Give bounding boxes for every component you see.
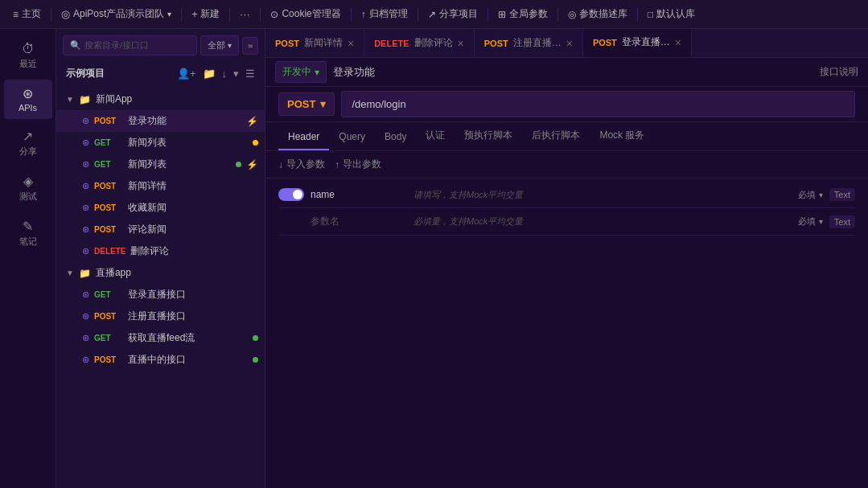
tab-label-live-register: 注册直播… bbox=[513, 36, 562, 50]
tab-news-detail[interactable]: POST 新闻详情 × bbox=[265, 29, 364, 58]
tree-item-collect-news[interactable]: ⊛ POST 收藏新闻 bbox=[56, 197, 265, 219]
param-name-field[interactable]: name bbox=[311, 189, 407, 200]
chevron-down-icon[interactable]: ▾ bbox=[233, 68, 239, 80]
param-toggle-name[interactable] bbox=[278, 188, 304, 201]
menu-default-lib[interactable]: □ 默认认库 bbox=[641, 4, 701, 24]
add-user-icon[interactable]: 👤+ bbox=[177, 68, 196, 80]
export-icon[interactable]: ↓ bbox=[222, 68, 228, 80]
param-required-2[interactable]: 必填 ▾ bbox=[798, 215, 823, 228]
params-actions: ↓ 导入参数 ↑ 导出参数 bbox=[265, 151, 868, 178]
tree-item-news-list-1[interactable]: ⊛ GET 新闻列表 bbox=[56, 132, 265, 154]
param-tab-body[interactable]: Body bbox=[375, 125, 416, 150]
import-icon: ↓ bbox=[278, 159, 283, 170]
tab-method-post-3: POST bbox=[593, 38, 617, 47]
tree-item-news-list-2[interactable]: ⊛ GET 新闻列表 ⚡ bbox=[56, 154, 265, 175]
param-tab-mock[interactable]: Mock 服务 bbox=[590, 122, 654, 150]
folder-arrow-icon: ▼ bbox=[66, 95, 74, 104]
params-desc-icon: ◎ bbox=[568, 9, 576, 20]
param-tab-header[interactable]: Header bbox=[278, 125, 329, 150]
link-icon-10: ⊛ bbox=[82, 333, 89, 343]
param-tab-auth[interactable]: 认证 bbox=[416, 122, 455, 150]
menu-team[interactable]: ◎ ApiPost产品演示团队 ▾ bbox=[55, 4, 178, 24]
param-type-2[interactable]: Text bbox=[829, 215, 855, 228]
plus-icon: + bbox=[191, 9, 197, 20]
tree-item-live-register[interactable]: ⊛ POST 注册直播接口 bbox=[56, 306, 265, 327]
filter-button[interactable]: 全部 ▾ bbox=[200, 35, 239, 55]
sidebar-item-share[interactable]: ↗ 分享 bbox=[4, 122, 52, 164]
tab-close-2[interactable]: × bbox=[458, 38, 464, 49]
tab-close-4[interactable]: × bbox=[675, 37, 681, 48]
interface-doc-button[interactable]: 接口说明 bbox=[820, 65, 858, 79]
menu-home[interactable]: ≡ ≡ 主页 主页 bbox=[6, 4, 47, 24]
menu-global-params[interactable]: ⊞ 全局参数 bbox=[492, 4, 554, 24]
tab-delete-comment[interactable]: DELETE 删除评论 × bbox=[364, 29, 475, 58]
import-params-button[interactable]: ↓ 导入参数 bbox=[278, 158, 325, 171]
link-icon-8: ⊛ bbox=[82, 289, 89, 300]
folder-live-app[interactable]: ▼ 📁 直播app bbox=[56, 262, 265, 284]
menu-separator-9 bbox=[637, 8, 638, 21]
param-type-1[interactable]: Text bbox=[829, 188, 855, 201]
search-input[interactable]: 搜索目录/接口口 bbox=[84, 39, 149, 51]
tree-item-comment-news[interactable]: ⊛ POST 评论新闻 bbox=[56, 219, 265, 240]
folder-news-app[interactable]: ▼ 📁 新闻App bbox=[56, 88, 265, 110]
tab-close-3[interactable]: × bbox=[566, 38, 573, 49]
url-input[interactable]: /demo/login bbox=[341, 91, 855, 117]
apis-icon: ⊛ bbox=[23, 86, 33, 101]
menu-separator-8 bbox=[557, 8, 558, 21]
default-lib-icon: □ bbox=[648, 9, 653, 20]
menu-cookie[interactable]: ⊙ Cookie管理器 bbox=[264, 4, 347, 24]
export-params-button[interactable]: ↑ 导出参数 bbox=[335, 158, 381, 171]
share-icon: ↗ bbox=[428, 9, 436, 20]
sidebar-item-recent[interactable]: ⏱ 最近 bbox=[4, 35, 52, 76]
tree-item-live-feed[interactable]: ⊛ GET 获取直播feed流 bbox=[56, 327, 265, 349]
sidebar-item-apis[interactable]: ⊛ APIs bbox=[4, 80, 52, 119]
env-icon: ≈ bbox=[248, 41, 253, 51]
url-bar: POST ▾ /demo/login bbox=[265, 87, 868, 122]
list-icon[interactable]: ☰ bbox=[245, 68, 255, 80]
tab-close-1[interactable]: × bbox=[348, 38, 354, 49]
tree-item-login[interactable]: ⊛ POST 登录功能 ⚡ bbox=[56, 110, 265, 132]
menu-new[interactable]: + 新建 bbox=[185, 4, 226, 24]
tree-item-delete-comment[interactable]: ⊛ DELETE 删除评论 bbox=[56, 240, 265, 262]
export-params-icon: ↑ bbox=[335, 159, 339, 170]
method-badge-get-1: GET bbox=[94, 138, 123, 147]
param-required-1[interactable]: 必填 ▾ bbox=[798, 189, 823, 201]
tab-label-login: 登录直播… bbox=[622, 35, 670, 49]
project-title: 示例项目 bbox=[66, 67, 105, 80]
link-icon-3: ⊛ bbox=[82, 159, 89, 170]
param-tab-pre-script[interactable]: 预执行脚本 bbox=[455, 122, 522, 150]
param-value-placeholder-2[interactable]: 必填量，支持Mock平均交量 bbox=[413, 215, 792, 228]
param-tab-post-script[interactable]: 后执行脚本 bbox=[522, 122, 590, 150]
menu-archive[interactable]: ↑ 归档管理 bbox=[355, 4, 414, 24]
menu-separator-2 bbox=[181, 8, 182, 21]
home-icon: ≡ bbox=[13, 9, 19, 20]
item-name-live-api: 直播中的接口 bbox=[128, 353, 248, 367]
required-badge-2: 必填 bbox=[798, 215, 816, 228]
param-tab-query[interactable]: Query bbox=[329, 125, 375, 150]
method-selector[interactable]: POST ▾ bbox=[278, 92, 335, 116]
tree-item-news-detail[interactable]: ⊛ POST 新闻详情 bbox=[56, 175, 265, 197]
sidebar-item-test[interactable]: ◈ 测试 bbox=[4, 167, 52, 209]
param-empty-name-field[interactable]: 参数名 bbox=[311, 215, 407, 228]
tab-login[interactable]: POST 登录直播… × bbox=[583, 29, 692, 58]
tree-item-live-api[interactable]: ⊛ POST 直播中的接口 bbox=[56, 349, 265, 371]
sidebar-item-notes[interactable]: ✎ 笔记 bbox=[4, 212, 52, 254]
menu-share[interactable]: ↗ 分享项目 bbox=[422, 4, 484, 24]
param-toggle-empty[interactable] bbox=[278, 215, 304, 228]
bolt-icon: ⚡ bbox=[246, 116, 258, 127]
method-badge-get-feed: GET bbox=[94, 334, 123, 342]
add-folder-icon[interactable]: 📁 bbox=[203, 68, 216, 80]
env-button[interactable]: ≈ bbox=[242, 37, 258, 55]
tree-item-live-login[interactable]: ⊛ GET 登录直播接口 bbox=[56, 284, 265, 306]
editor-toolbar: 开发中 ▾ 登录功能 接口说明 bbox=[265, 58, 868, 87]
status-dropdown[interactable]: 开发中 ▾ bbox=[275, 61, 327, 83]
item-name-news-list-2: 新闻列表 bbox=[128, 158, 231, 171]
sidebar-item-apis-label: APIs bbox=[19, 103, 37, 113]
search-box[interactable]: 🔍 搜索目录/接口口 bbox=[63, 35, 197, 55]
param-value-placeholder-1[interactable]: 请填写，支持Mock平均交量 bbox=[413, 189, 792, 201]
more-icon: ··· bbox=[240, 9, 250, 20]
menu-params-desc[interactable]: ◎ 参数描述库 bbox=[562, 4, 634, 24]
tab-live-register[interactable]: POST 注册直播… × bbox=[475, 29, 583, 58]
menu-more[interactable]: ··· bbox=[233, 6, 257, 23]
method-badge-post-live: POST bbox=[94, 312, 123, 321]
